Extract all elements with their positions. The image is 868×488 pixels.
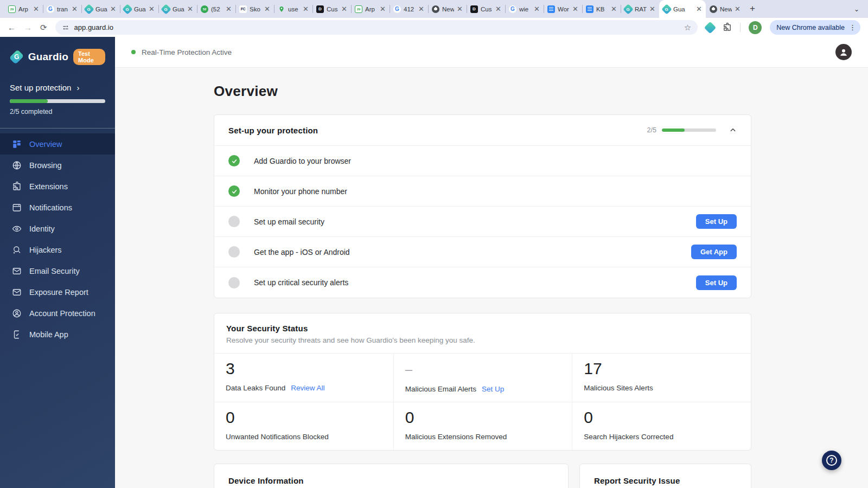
maps-pin-favicon [278, 5, 285, 13]
chrome-update-button[interactable]: New Chrome available ⋮ [770, 20, 860, 35]
sidebar-item-overview[interactable]: Overview [0, 133, 115, 155]
dark-app-favicon: D [470, 5, 478, 13]
setup-alerts-button[interactable]: Set Up [696, 275, 737, 290]
set-up-link[interactable]: Set Up [482, 385, 504, 393]
tab-title: Cus [327, 6, 339, 12]
browser-tab-active[interactable]: GGua✕ [659, 0, 706, 18]
tab-title: tran [57, 6, 69, 12]
chrome-update-label: New Chrome available [776, 24, 845, 31]
close-icon[interactable]: ✕ [696, 5, 702, 12]
checklist-item-label: Monitor your phone number [254, 187, 347, 196]
sidebar-item-notifications[interactable]: Notifications [0, 197, 115, 218]
close-icon[interactable]: ✕ [187, 5, 193, 12]
browser-tab[interactable]: 29Arp✕ [351, 0, 390, 18]
browser-tab[interactable]: 29Arp✕ [4, 0, 43, 18]
stat-label: Data Leaks Found [226, 384, 285, 392]
close-icon[interactable]: ✕ [649, 5, 655, 12]
browser-tab[interactable]: GGua✕ [81, 0, 120, 18]
close-icon[interactable]: ✕ [264, 5, 270, 12]
close-icon[interactable]: ✕ [380, 5, 386, 12]
close-icon[interactable]: ✕ [72, 5, 78, 12]
close-icon[interactable]: ✕ [611, 5, 617, 12]
close-icon[interactable]: ✕ [110, 5, 116, 12]
sidebar-item-extensions[interactable]: Extensions [0, 176, 115, 197]
close-icon[interactable]: ✕ [572, 5, 578, 12]
dark-app-favicon: D [316, 5, 324, 13]
setup-email-security-button[interactable]: Set Up [696, 214, 737, 229]
close-icon[interactable]: ✕ [149, 5, 155, 12]
browser-tab[interactable]: KB✕ [582, 0, 621, 18]
guardio-favicon: G [122, 4, 133, 15]
tab-search-chevron-icon[interactable]: ⌄ [854, 5, 859, 13]
browser-tab[interactable]: 52(52✕ [197, 0, 235, 18]
globe-icon [12, 160, 22, 170]
browser-profile-avatar[interactable]: D [749, 21, 762, 34]
new-tab-button[interactable]: + [750, 3, 755, 14]
sidebar-nav: Overview Browsing Extensions Notificatio… [0, 133, 115, 345]
sidebar-item-identity[interactable]: Identity [0, 218, 115, 239]
close-icon[interactable]: ✕ [303, 5, 309, 12]
stat-value: 17 [584, 359, 739, 378]
review-all-link[interactable]: Review All [291, 384, 324, 392]
google-favicon: G [509, 5, 516, 13]
tab-title: 412 [404, 6, 416, 12]
close-icon[interactable]: ✕ [341, 5, 347, 12]
empty-circle-icon [228, 246, 240, 258]
browser-tab[interactable]: Wor✕ [544, 0, 582, 18]
browser-tab[interactable]: use✕ [274, 0, 312, 18]
browser-tab[interactable]: GGua✕ [120, 0, 158, 18]
url-text[interactable]: app.guard.io [74, 23, 679, 31]
back-icon[interactable]: ← [8, 23, 16, 31]
get-app-button[interactable]: Get App [691, 245, 737, 259]
progress-fraction: 2/5 [647, 126, 656, 134]
close-icon[interactable]: ✕ [495, 5, 501, 12]
question-mark-icon: ? [826, 455, 837, 466]
browser-tab[interactable]: FCSko✕ [235, 0, 274, 18]
notification-count-favicon: 52 [201, 5, 208, 13]
sidebar-item-email-security[interactable]: Email Security [0, 260, 115, 281]
site-info-icon[interactable] [62, 24, 69, 31]
sidebar-item-account-protection[interactable]: Account Protection [0, 303, 115, 324]
tab-title: RAT [635, 6, 647, 12]
security-stats-grid: 3 Data Leaks FoundReview All – Malicious… [214, 354, 751, 450]
sidebar-item-exposure-report[interactable]: Exposure Report [0, 281, 115, 303]
sidebar-item-browsing[interactable]: Browsing [0, 155, 115, 176]
browser-tab[interactable]: New✕ [428, 0, 467, 18]
help-button[interactable]: ? [822, 451, 841, 470]
browser-menu-icon[interactable]: ⋮ [849, 23, 856, 31]
extensions-puzzle-icon[interactable] [723, 23, 732, 32]
guardio-extension-icon[interactable] [704, 21, 717, 34]
close-icon[interactable]: ✕ [457, 5, 463, 12]
close-icon[interactable]: ✕ [418, 5, 424, 12]
browser-tab[interactable]: Gtran✕ [43, 0, 81, 18]
doc-favicon [547, 5, 555, 13]
browser-tab[interactable]: New✕ [706, 0, 744, 18]
browser-tab-strip: 29Arp✕ Gtran✕ GGua✕ GGua✕ GGua✕ 52(52✕ F… [0, 0, 868, 18]
app-topbar: Real-Time Protection Active [115, 37, 868, 68]
checklist-item: Monitor your phone number [214, 176, 751, 207]
tab-title: Cus [481, 6, 493, 12]
browser-tab[interactable]: G412✕ [390, 0, 428, 18]
close-icon[interactable]: ✕ [33, 5, 39, 12]
bookmark-star-icon[interactable]: ☆ [684, 23, 691, 33]
sidebar-item-hijackers[interactable]: Hijackers [0, 239, 115, 260]
close-icon[interactable]: ✕ [735, 5, 741, 12]
stat-value: – [405, 359, 561, 379]
browser-tab[interactable]: GGua✕ [158, 0, 197, 18]
sidebar-item-mobile-app[interactable]: Mobile App [0, 324, 115, 345]
google-favicon: G [393, 5, 401, 13]
stat-data-leaks: 3 Data Leaks FoundReview All [214, 354, 393, 402]
reload-icon[interactable]: ⟳ [40, 23, 47, 31]
collapse-chevron-icon[interactable] [729, 126, 737, 134]
empty-circle-icon [228, 216, 240, 227]
setup-protection-link[interactable]: Set up protection › [10, 83, 105, 92]
stat-extensions-removed: 0 Malicious Extensions Removed [393, 402, 572, 450]
browser-tab[interactable]: Gwie✕ [505, 0, 544, 18]
close-icon[interactable]: ✕ [226, 5, 232, 12]
account-avatar[interactable] [835, 44, 852, 60]
browser-tab[interactable]: GRAT✕ [621, 0, 659, 18]
browser-tab[interactable]: DCus✕ [312, 0, 351, 18]
close-icon[interactable]: ✕ [534, 5, 540, 12]
address-bar[interactable]: app.guard.io ☆ [55, 20, 698, 35]
browser-tab[interactable]: DCus✕ [467, 0, 505, 18]
